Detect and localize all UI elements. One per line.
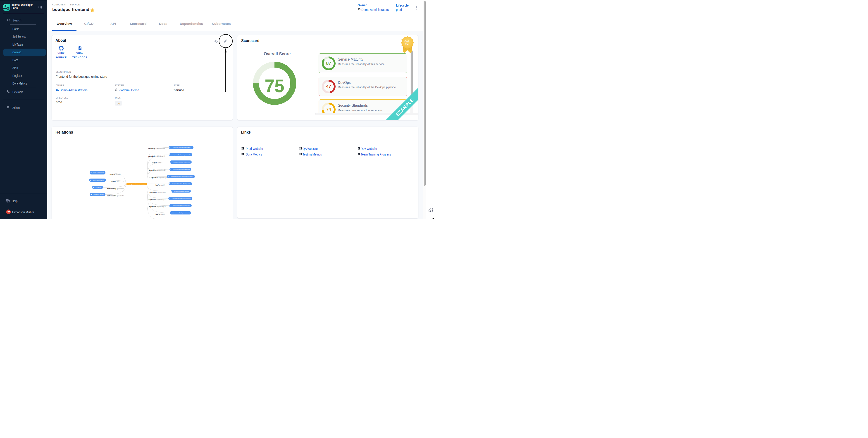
- svg-text:Tier: Tier: [405, 43, 410, 45]
- svg-text:?: ?: [7, 199, 8, 201]
- svg-text:Gold: Gold: [404, 40, 410, 42]
